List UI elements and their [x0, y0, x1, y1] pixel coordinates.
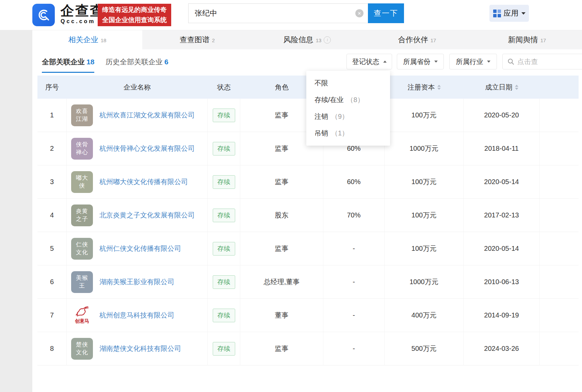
slogan-banner: 缔造有远见的商业传奇 全国企业信用查询系统 [98, 4, 171, 26]
role-cell: 监事 [240, 165, 323, 198]
tab-count: 13 [316, 37, 322, 43]
status-badge: 存续 [213, 275, 235, 289]
role-cell: 总经理,董事 [240, 265, 323, 298]
badge-line1: 欢喜 [76, 108, 88, 115]
date-cell: 2017-02-13 [464, 199, 540, 232]
sort-date-icon[interactable] [515, 85, 518, 90]
horse-logo-text: 创意马 [75, 318, 89, 324]
filter-label: 所属行业 [456, 57, 483, 66]
chevron-down-icon [521, 12, 526, 15]
extra-cell [540, 132, 579, 165]
company-badge: 嘟大 侠 [71, 171, 93, 193]
status-cell: 存续 [208, 99, 240, 132]
table-row: 8 楚侠 文化 湖南楚侠文化科技有限公司 存续 监事 - 500万元 2024-… [37, 332, 579, 365]
tab-label: 合作伙伴 [398, 35, 428, 45]
capital-cell: 1000万元 [385, 132, 464, 165]
status-badge: 存续 [213, 309, 235, 322]
status-badge: 存续 [213, 142, 235, 156]
apps-button-label: 应用 [504, 8, 519, 18]
filter-registration-status[interactable]: 登记状态 [346, 54, 392, 69]
subtab-count: 6 [164, 58, 168, 66]
company-cell: 楚侠 文化 湖南楚侠文化科技有限公司 [67, 332, 208, 365]
dropdown-item-revoked[interactable]: 吊销 （1） [306, 125, 390, 142]
qcc-logo-icon[interactable] [32, 4, 55, 26]
role-cell: 监事 [240, 332, 323, 365]
row-index: 6 [37, 265, 67, 298]
tab-count: 17 [431, 37, 436, 43]
company-name-link[interactable]: 杭州创意马科技有限公司 [99, 311, 174, 320]
dropdown-item-all[interactable]: 不限 [306, 75, 390, 92]
dropdown-item-label: 存续/在业 [314, 95, 344, 104]
column-header-status: 状态 [208, 76, 240, 99]
subtab-all-related[interactable]: 全部关联企业18 [42, 57, 94, 73]
extra-cell [540, 332, 579, 365]
tab-partners[interactable]: 合作伙伴 17 [362, 30, 472, 49]
company-name-link[interactable]: 杭州欢喜江湖文化发展有限公司 [99, 111, 195, 120]
status-cell: 存续 [208, 165, 240, 198]
subtab-count: 18 [86, 58, 94, 66]
tab-risk-info[interactable]: 风险信息 13 i [252, 30, 362, 49]
tab-news[interactable]: 新闻舆情 17 [472, 30, 582, 49]
extra-cell [540, 199, 579, 232]
company-badge: 侠骨 禅心 [71, 138, 93, 160]
clear-search-icon[interactable]: ✕ [355, 9, 363, 17]
top-header: 企查查 Qcc.com 缔造有远见的商业传奇 全国企业信用查询系统 ✕ 查一下 … [0, 0, 582, 30]
apps-button[interactable]: 应用 [489, 5, 529, 22]
badge-line1: 仁侠 [76, 241, 88, 248]
role-cell: 股东 [240, 199, 323, 232]
search-button[interactable]: 查一下 [368, 3, 404, 23]
company-name-link[interactable]: 杭州嘟大侠文化传播有限公司 [99, 177, 188, 186]
dropdown-item-label: 注销 [314, 112, 328, 121]
page: 企查查 Qcc.com 缔造有远见的商业传奇 全国企业信用查询系统 ✕ 查一下 … [0, 0, 582, 392]
table-row: 3 嘟大 侠 杭州嘟大侠文化传播有限公司 存续 监事 60% 100万元 202… [37, 165, 579, 199]
date-cell: 2024-03-26 [464, 332, 540, 365]
filter-search-box[interactable]: 点击查 [502, 54, 582, 69]
company-name-link[interactable]: 杭州仁侠文化传播有限公司 [99, 244, 181, 253]
company-cell: 欢喜 江湖 杭州欢喜江湖文化发展有限公司 [67, 99, 208, 132]
tab-label: 相关企业 [68, 35, 98, 45]
status-badge: 存续 [213, 242, 235, 256]
capital-cell: 100万元 [385, 99, 464, 132]
table-row: 4 炎黄 之子 北京炎黄之子文化发展有限公司 存续 股东 70% 100万元 2… [37, 199, 579, 232]
subtab-label: 全部关联企业 [42, 58, 85, 66]
row-index: 8 [37, 332, 67, 365]
filter-label: 登记状态 [352, 57, 379, 66]
role-cell: 董事 [240, 299, 323, 332]
ratio-cell: - [323, 232, 385, 265]
extra-cell [540, 99, 579, 132]
company-badge: 炎黄 之子 [71, 205, 93, 226]
badge-line1: 嘟大 [76, 174, 88, 182]
search-input[interactable] [188, 3, 368, 23]
capital-cell: 100万元 [385, 165, 464, 198]
capital-cell: 500万元 [385, 332, 464, 365]
sort-capital-icon[interactable] [437, 85, 441, 90]
horse-logo-icon [75, 306, 89, 318]
filter-province[interactable]: 所属省份 [397, 54, 444, 69]
ratio-cell: - [323, 299, 385, 332]
filter-industry[interactable]: 所属行业 [449, 54, 497, 69]
qcc-q-glyph [36, 7, 51, 23]
badge-line2: 之子 [76, 215, 88, 223]
company-name-link[interactable]: 湖南楚侠文化科技有限公司 [99, 344, 181, 353]
row-index: 3 [37, 165, 67, 198]
row-index: 5 [37, 232, 67, 265]
dropdown-item-cancelled[interactable]: 注销 （9） [306, 108, 390, 125]
company-name-link[interactable]: 杭州侠骨禅心文化发展有限公司 [99, 144, 195, 153]
column-header-label: 注册资本 [408, 83, 435, 92]
row-index: 4 [37, 199, 67, 232]
capital-cell: 1000万元 [385, 265, 464, 298]
status-cell: 存续 [208, 232, 240, 265]
subtab-history-related[interactable]: 历史全部关联企业6 [106, 57, 168, 67]
company-name-link[interactable]: 湖南美猴王影业有限公司 [99, 277, 174, 287]
tab-related-companies[interactable]: 相关企业 18 [32, 30, 142, 49]
ratio-cell: 70% [323, 199, 385, 232]
status-badge: 存续 [213, 209, 235, 222]
company-badge: 仁侠 文化 [71, 238, 93, 260]
dropdown-item-active[interactable]: 存续/在业 （8） [306, 92, 390, 108]
column-header-capital: 注册资本 [385, 76, 464, 99]
company-name-link[interactable]: 北京炎黄之子文化发展有限公司 [99, 211, 195, 220]
dropdown-item-label: 吊销 [314, 129, 328, 138]
tab-chart-graph[interactable]: 查查图谱 2 [142, 30, 252, 49]
capital-cell: 400万元 [385, 299, 464, 332]
filter-label: 所属省份 [403, 57, 431, 66]
